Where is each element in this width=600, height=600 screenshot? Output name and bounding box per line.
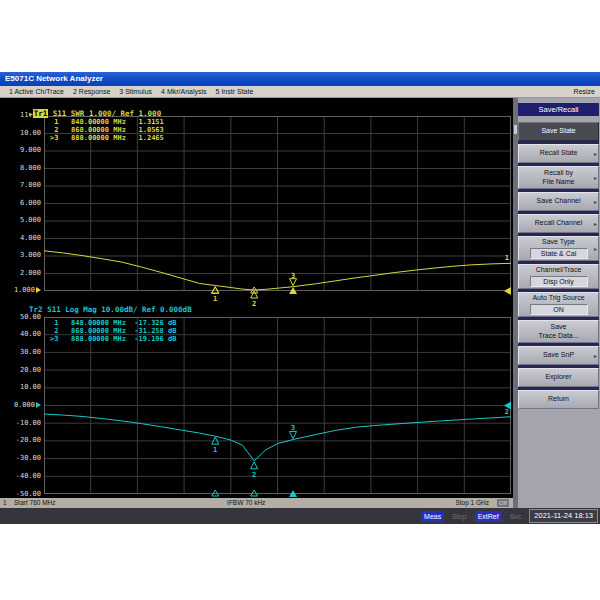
instrument-screen: ▶Tr1 S11 SWR 1.000/ Ref 1.000 11.0010.00… [0, 98, 513, 498]
softkey-label: Recall by File Name [543, 169, 575, 186]
softkey-list: Save State▸Recall State▸Recall by File N… [518, 122, 599, 409]
softkey-label: Auto Trig Source [532, 294, 584, 303]
softkey-channel-trace[interactable]: Channel/TraceDisp Only [518, 264, 599, 289]
ref-level-arrow-icon [36, 402, 41, 408]
trace2-params: S11 Log Mag 10.00dB/ Ref 0.000dB [43, 305, 192, 314]
softkey-explorer[interactable]: Explorer [518, 368, 599, 387]
marker-icon[interactable] [290, 278, 297, 285]
submenu-arrow-icon: ▸ [594, 244, 597, 253]
trace2-plot: 2123 [44, 317, 511, 494]
y-tick-label: 30.00 [0, 348, 41, 356]
softkey-auto-trig-source[interactable]: Auto Trig SourceON [518, 292, 599, 317]
status-badges: MeasStopExtRefSvc [421, 511, 524, 522]
menu-item[interactable]: 1 Active Ch/Trace [9, 88, 64, 95]
marker-number-label: 1 [213, 446, 217, 454]
submenu-arrow-icon: ▸ [594, 351, 597, 360]
trace1-header[interactable]: ▶Tr1 S11 SWR 1.000/ Ref 1.000 [2, 100, 161, 110]
softkey-recall-by-file-name[interactable]: Recall by File Name▸ [518, 166, 599, 189]
menu-item-resize[interactable]: Resize [574, 86, 595, 98]
title-bar[interactable]: E5071C Network Analyzer [0, 72, 600, 86]
y-tick-label: -50.00 [0, 490, 41, 498]
y-tick-label: -30.00 [0, 454, 41, 462]
status-badge-svc: Svc [507, 511, 525, 522]
marker-table-row: 1 848.00000 MHz -17.326 dB [50, 319, 176, 327]
softkey-value: ON [530, 304, 588, 315]
instrument-status-bar: MeasStopExtRefSvc 2021-11-24 18:13 [0, 508, 600, 524]
softkey-value: State & Cal [530, 248, 588, 259]
softkey-save-snp[interactable]: Save SnP▸ [518, 346, 599, 365]
menu-item[interactable]: 5 Instr State [216, 88, 254, 95]
softkey-label: Explorer [545, 373, 571, 382]
trace1-chip: Tr1 [33, 109, 49, 118]
marker-number-label: 2 [252, 471, 256, 479]
y-tick-label: 0.000 [0, 401, 41, 409]
marker-table-row: >3 888.00000 MHz -19.196 dB [50, 335, 176, 343]
y-tick-label: 7.000 [0, 181, 41, 189]
marker-table-row: 2 868.00000 MHz -31.258 dB [50, 327, 176, 335]
y-tick-label: -20.00 [0, 436, 41, 444]
softkey-recall-state[interactable]: Recall State▸ [518, 144, 599, 163]
softkey-save-state[interactable]: Save State▸ [518, 122, 599, 141]
y-tick-label: 5.000 [0, 216, 41, 224]
y-tick-label: -10.00 [0, 419, 41, 427]
channel-number: 1 [3, 498, 7, 508]
trace-number-label: 2 [505, 408, 509, 416]
softkey-label: Save State [541, 127, 575, 136]
submenu-arrow-icon: ▸ [594, 149, 597, 158]
softkey-label: Return [548, 395, 569, 404]
softkey-label: Channel/Trace [536, 266, 582, 275]
trace2-marker-table: 1 848.00000 MHz -17.326 dB 2 868.00000 M… [50, 319, 176, 343]
ref-level-arrow-icon [36, 287, 41, 293]
menu-item[interactable]: 4 Mkr/Analysis [161, 88, 207, 95]
channel-status-bar: 1 Start 760 MHz IFBW 70 kHz Stop 1 GHz O… [0, 498, 513, 508]
stop-badge: Off [497, 499, 509, 507]
marker-table-row: 2 868.00000 MHz 1.0563 [50, 126, 164, 134]
softkey-label: Save Channel [537, 197, 581, 206]
softkey-value: Disp Only [530, 276, 588, 287]
menu-items: 1 Active Ch/Trace2 Response3 Stimulus4 M… [0, 88, 253, 95]
menu-item[interactable]: 3 Stimulus [119, 88, 152, 95]
softkey-label: Save SnP [543, 351, 574, 360]
softkey-save-type[interactable]: Save TypeState & Cal▸ [518, 236, 599, 261]
status-badge-extref: ExtRef [475, 511, 502, 522]
status-badge-meas: Meas [421, 511, 444, 522]
marker-icon[interactable] [290, 431, 297, 438]
trace-number-label: 1 [505, 254, 509, 262]
ifbw-value: IFBW 70 kHz [227, 498, 265, 508]
y-tick-label: 40.00 [0, 330, 41, 338]
y-tick-label: 9.000 [0, 146, 41, 154]
start-frequency: Start 760 MHz [14, 498, 56, 508]
stop-frequency: Stop 1 GHz [455, 498, 489, 508]
y-tick-label: 1.000 [0, 286, 41, 294]
softkey-scroll-notch [514, 125, 517, 134]
analyzer-window: E5071C Network Analyzer 1 Active Ch/Trac… [0, 72, 600, 524]
softkey-label: Recall State [540, 149, 578, 158]
softkey-save-trace-data[interactable]: Save Trace Data... [518, 320, 599, 343]
softkey-label: Save Type [542, 238, 575, 247]
softkey-save-channel[interactable]: Save Channel▸ [518, 192, 599, 211]
marker-table-row: 1 848.00000 MHz 1.3151 [50, 118, 164, 126]
y-tick-label: 6.000 [0, 199, 41, 207]
submenu-arrow-icon: ▸ [594, 197, 597, 206]
y-tick-label: -40.00 [0, 472, 41, 480]
trace1-marker-table: 1 848.00000 MHz 1.3151 2 868.00000 MHz 1… [50, 118, 164, 142]
y-tick-label: 4.000 [0, 234, 41, 242]
datetime-display: 2021-11-24 18:13 [529, 509, 598, 523]
status-badge-stop: Stop [449, 511, 469, 522]
y-tick-label: 10.00 [0, 383, 41, 391]
marker-icon[interactable] [251, 462, 258, 469]
softkey-label: Save Trace Data... [538, 323, 578, 340]
trace2-header[interactable]: Tr2 S11 Log Mag 10.00dB/ Ref 0.000dB [2, 296, 192, 306]
marker-table-row: >3 888.00000 MHz 1.2465 [50, 134, 164, 142]
submenu-arrow-icon: ▸ [594, 127, 597, 136]
submenu-arrow-icon: ▸ [594, 219, 597, 228]
softkey-recall-channel[interactable]: Recall Channel▸ [518, 214, 599, 233]
menu-item[interactable]: 2 Response [73, 88, 110, 95]
y-tick-label: 2.000 [0, 269, 41, 277]
trace1-params: S11 SWR 1.000/ Ref 1.000 [48, 109, 161, 118]
softkey-return[interactable]: Return [518, 390, 599, 409]
softkey-label: Recall Channel [535, 219, 582, 228]
y-tick-label: 3.000 [0, 251, 41, 259]
y-tick-label: 8.000 [0, 164, 41, 172]
window-title: E5071C Network Analyzer [5, 74, 103, 83]
